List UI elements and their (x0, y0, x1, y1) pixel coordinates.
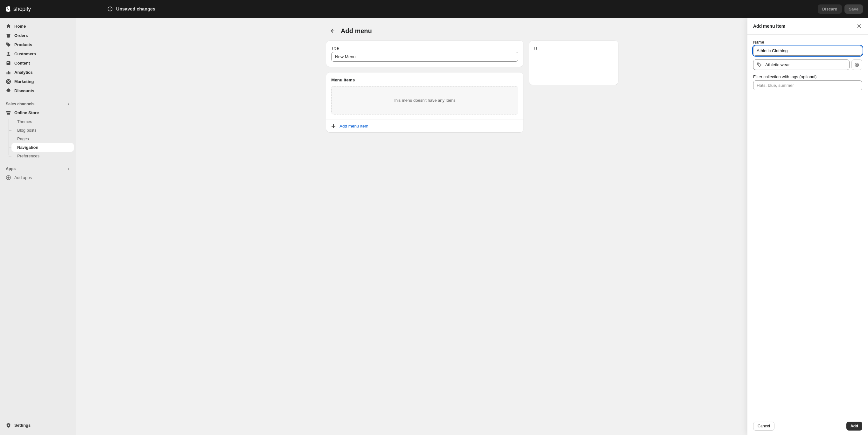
link-field[interactable]: Athletic wear (753, 60, 849, 70)
home-icon (6, 24, 11, 29)
section-label: Apps (6, 167, 16, 171)
svg-point-14 (758, 64, 759, 64)
online-store-subitems: Themes Blog posts Pages Navigation Prefe… (8, 117, 74, 160)
sub-label: Pages (17, 136, 29, 141)
title-card: Title (326, 41, 523, 67)
back-button[interactable] (328, 27, 336, 35)
subitem-blog-posts[interactable]: Blog posts (11, 126, 74, 135)
svg-point-3 (8, 52, 9, 54)
gear-icon (6, 423, 11, 428)
shopify-icon (5, 5, 11, 12)
help-card: H (529, 41, 618, 85)
content-icon (6, 60, 11, 66)
brand-text: shopify (13, 6, 31, 12)
subitem-themes[interactable]: Themes (11, 117, 74, 126)
add-apps-link[interactable]: Add apps (3, 173, 74, 182)
svg-point-2 (110, 10, 111, 10)
add-menu-item-panel: Add menu item Name Athletic wear Filter … (747, 18, 868, 435)
svg-rect-7 (8, 71, 9, 74)
cancel-button[interactable]: Cancel (753, 422, 774, 431)
sidebar: Home Orders Products Customers Content A… (0, 18, 76, 435)
title-input[interactable] (331, 52, 518, 62)
add-menu-item-link[interactable]: Add menu item (331, 124, 518, 129)
menu-items-title: Menu items (331, 77, 518, 82)
nav-label: Customers (14, 52, 36, 56)
orders-icon (6, 33, 11, 38)
sub-label: Themes (17, 119, 32, 124)
sales-channels-header[interactable]: Sales channels (3, 100, 74, 108)
sub-label: Navigation (17, 145, 38, 150)
close-button[interactable] (856, 23, 862, 29)
page-title: Add menu (341, 27, 372, 35)
svg-point-10 (7, 80, 9, 83)
collection-tag-icon (757, 62, 762, 67)
add-apps-label: Add apps (14, 175, 32, 180)
nav-label: Analytics (14, 70, 33, 75)
store-icon (6, 110, 11, 115)
nav-label: Orders (14, 33, 28, 38)
panel-title: Add menu item (753, 24, 785, 29)
add-button[interactable]: Add (846, 422, 862, 431)
svg-rect-5 (7, 62, 8, 63)
analytics-icon (6, 70, 11, 75)
clear-icon (854, 62, 860, 67)
filter-label: Filter collection with tags (optional) (753, 74, 862, 79)
subitem-pages[interactable]: Pages (11, 135, 74, 143)
chevron-right-icon (66, 102, 71, 106)
sidebar-item-products[interactable]: Products (3, 40, 74, 49)
arrow-left-icon (329, 28, 335, 34)
sidebar-item-content[interactable]: Content (3, 59, 74, 68)
plus-circle-icon (6, 175, 11, 180)
chevron-right-icon (66, 167, 71, 171)
name-input[interactable] (753, 46, 862, 56)
unsaved-indicator: Unsaved changes (107, 6, 155, 12)
close-icon (857, 24, 861, 28)
discard-button[interactable]: Discard (818, 4, 842, 14)
section-label: Sales channels (6, 102, 34, 106)
unsaved-text: Unsaved changes (116, 6, 155, 11)
shopify-logo[interactable]: shopify (5, 5, 31, 12)
header-actions: Discard Save (818, 4, 863, 14)
sub-label: Preferences (17, 154, 39, 158)
sidebar-item-analytics[interactable]: Analytics (3, 68, 74, 77)
discount-icon (6, 88, 11, 94)
sidebar-item-marketing[interactable]: Marketing (3, 77, 74, 86)
person-icon (6, 51, 11, 57)
sidebar-item-home[interactable]: Home (3, 22, 74, 31)
sidebar-item-settings[interactable]: Settings (3, 421, 74, 430)
add-link-label: Add menu item (340, 124, 368, 129)
top-bar: shopify Unsaved changes Discard Save (0, 0, 868, 18)
subitem-preferences[interactable]: Preferences (11, 152, 74, 160)
apps-header[interactable]: Apps (3, 165, 74, 173)
nav-label: Products (14, 42, 32, 47)
help-title: H (534, 46, 613, 51)
tag-icon (6, 42, 11, 47)
nav-label: Online Store (14, 110, 39, 115)
nav-label: Home (14, 24, 26, 29)
filter-input[interactable] (753, 80, 862, 90)
nav-label: Settings (14, 423, 31, 428)
title-label: Title (331, 46, 518, 51)
nav-label: Marketing (14, 79, 34, 84)
clear-link-button[interactable] (851, 60, 862, 70)
save-button[interactable]: Save (844, 4, 863, 14)
svg-rect-8 (9, 72, 10, 74)
sidebar-item-online-store[interactable]: Online Store (3, 108, 74, 117)
menu-items-card: Menu items This menu doesn't have any it… (326, 72, 523, 132)
nav-label: Content (14, 61, 30, 66)
sub-label: Blog posts (17, 128, 37, 133)
svg-rect-6 (7, 72, 8, 74)
alert-icon (107, 6, 113, 12)
link-value: Athletic wear (765, 62, 790, 67)
subitem-navigation[interactable]: Navigation (11, 143, 74, 152)
plus-icon (331, 124, 336, 129)
sidebar-item-orders[interactable]: Orders (3, 31, 74, 40)
sidebar-item-customers[interactable]: Customers (3, 49, 74, 59)
nav-label: Discounts (14, 89, 34, 93)
sidebar-item-discounts[interactable]: Discounts (3, 86, 74, 95)
target-icon (6, 79, 11, 84)
empty-state: This menu doesn't have any items. (331, 86, 518, 114)
name-label: Name (753, 40, 862, 44)
